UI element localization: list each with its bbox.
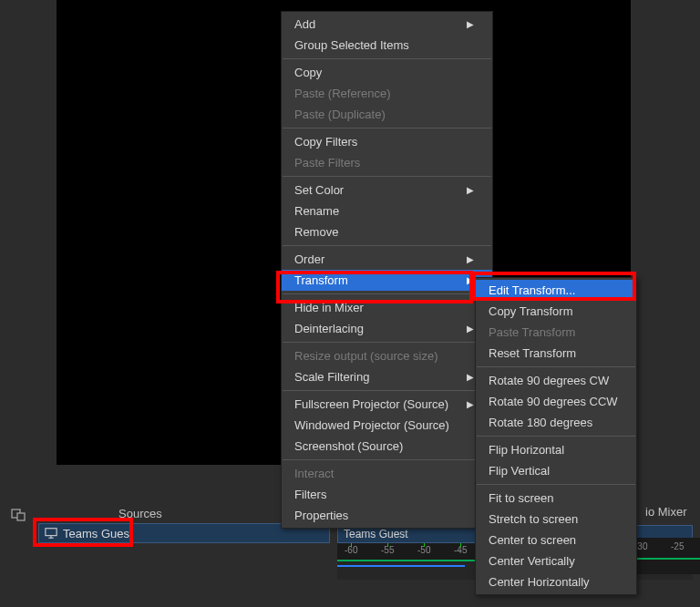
display-icon [45,527,57,540]
panel-tabs: Sources [27,501,253,525]
menu-separator [283,176,491,177]
submenu-fit-to-screen[interactable]: Fit to screen [476,488,636,509]
tab-audio-mixer[interactable]: io Mixer [638,501,695,522]
menu-separator [283,245,491,246]
dock-split-icon[interactable] [11,507,26,521]
menu-label: Fullscreen Projector (Source) [294,397,448,411]
submenu-rotate-180[interactable]: Rotate 180 degrees [476,412,636,433]
submenu-flip-vertical[interactable]: Flip Vertical [476,460,636,481]
menu-separator [283,390,491,391]
menu-separator [283,293,491,294]
menu-screenshot[interactable]: Screenshot (Source) [282,436,492,457]
submenu-arrow-icon: ▶ [467,399,474,409]
menu-resize-output: Resize output (source size) [282,345,492,366]
menu-rename[interactable]: Rename [282,201,492,221]
submenu-rotate-90-ccw[interactable]: Rotate 90 degrees CCW [476,391,636,412]
menu-separator [477,436,635,437]
submenu-center-horizontally[interactable]: Center Horizontally [476,571,636,592]
submenu-arrow-icon: ▶ [467,19,474,29]
tick-label: -55 [381,545,394,555]
menu-group[interactable]: Group Selected Items [282,35,492,56]
menu-set-color[interactable]: Set Color▶ [282,180,492,201]
menu-label: Order [294,252,324,266]
tick-label: -25 [671,541,684,551]
submenu-arrow-icon: ▶ [467,372,474,382]
submenu-copy-transform[interactable]: Copy Transform [476,301,636,322]
submenu-center-vertically[interactable]: Center Vertically [476,550,636,571]
menu-fullscreen-projector[interactable]: Fullscreen Projector (Source)▶ [282,394,492,415]
submenu-arrow-icon: ▶ [467,275,474,285]
svg-rect-1 [17,513,25,520]
menu-filters[interactable]: Filters [282,484,492,505]
tick-label: -60 [345,545,357,555]
menu-label: Transform [294,273,348,287]
menu-add[interactable]: Add▶ [282,14,492,35]
submenu-reset-transform[interactable]: Reset Transform [476,343,636,364]
menu-label: Deinterlacing [294,322,364,335]
menu-properties[interactable]: Properties [282,505,492,526]
menu-label: Set Color [294,183,344,197]
menu-label: Add [294,17,315,31]
menu-separator [477,366,635,367]
source-item-label: Teams Guest [63,527,133,540]
menu-paste-filters: Paste Filters [282,152,492,173]
menu-deinterlacing[interactable]: Deinterlacing▶ [282,318,492,339]
submenu-paste-transform: Paste Transform [476,322,636,343]
submenu-arrow-icon: ▶ [467,254,474,264]
audio-meter-right: -30 -25 [629,538,700,574]
submenu-arrow-icon: ▶ [467,185,474,195]
menu-separator [283,342,491,343]
menu-hide-in-mixer[interactable]: Hide in Mixer [282,297,492,318]
menu-separator [283,128,491,129]
tick-label: -50 [417,545,430,555]
menu-label: Scale Filtering [294,370,369,384]
context-menu: Add▶ Group Selected Items Copy Paste (Re… [281,11,493,529]
menu-paste-reference: Paste (Reference) [282,83,492,104]
menu-scale-filtering[interactable]: Scale Filtering▶ [282,366,492,387]
submenu-flip-horizontal[interactable]: Flip Horizontal [476,439,636,460]
tick-label: -45 [454,545,467,555]
tab-sources[interactable]: Sources [27,503,253,524]
menu-windowed-projector[interactable]: Windowed Projector (Source) [282,415,492,436]
submenu-rotate-90-cw[interactable]: Rotate 90 degrees CW [476,370,636,391]
menu-remove[interactable]: Remove [282,221,492,242]
svg-rect-2 [46,529,57,536]
menu-order[interactable]: Order▶ [282,249,492,270]
menu-separator [477,484,635,485]
submenu-edit-transform[interactable]: Edit Transform... [476,280,636,301]
menu-interact: Interact [282,463,492,484]
meter-bar [629,558,700,560]
menu-separator [283,459,491,460]
submenu-arrow-icon: ▶ [467,324,474,334]
menu-copy-filters[interactable]: Copy Filters [282,131,492,152]
meter-bar-blue [337,565,465,567]
menu-copy[interactable]: Copy [282,62,492,83]
menu-transform[interactable]: Transform▶ [282,270,492,291]
submenu-center-to-screen[interactable]: Center to screen [476,530,636,550]
menu-paste-duplicate: Paste (Duplicate) [282,104,492,125]
transform-submenu: Edit Transform... Copy Transform Paste T… [475,277,637,595]
submenu-stretch-to-screen[interactable]: Stretch to screen [476,509,636,530]
menu-separator [283,58,491,59]
